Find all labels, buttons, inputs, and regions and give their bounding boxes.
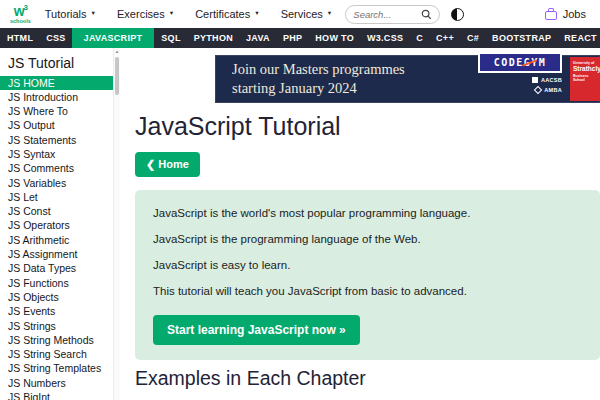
page-title: JavaScript Tutorial <box>135 111 341 141</box>
sidebar-item-js-home[interactable]: JS HOME <box>0 76 113 90</box>
sidebar-item-js-bigint[interactable]: JS BigInt <box>0 391 113 400</box>
intro-paragraph: JavaScript is the programming language o… <box>153 232 582 247</box>
lang-tab-php[interactable]: PHP <box>276 28 308 48</box>
main-content: Join our Masters programmes starting Jan… <box>120 48 600 400</box>
top-menus: Tutorials ▼ Exercises ▼ Certificates ▼ S… <box>45 8 333 20</box>
sidebar-item-js-introduction[interactable]: JS Introduction <box>0 90 113 104</box>
lang-tab-html[interactable]: HTML <box>0 28 39 48</box>
lang-tab-c[interactable]: C <box>409 28 429 48</box>
top-menu-exercises[interactable]: Exercises ▼ <box>117 8 174 20</box>
dark-mode-toggle-icon[interactable] <box>451 8 464 21</box>
sidebar-item-js-comments[interactable]: JS Comments <box>0 162 113 176</box>
top-menu-services[interactable]: Services ▼ <box>281 8 333 20</box>
sidebar-item-js-output[interactable]: JS Output <box>0 119 113 133</box>
sidebar-item-js-data-types[interactable]: JS Data Types <box>0 262 113 276</box>
w3schools-logo[interactable]: w3 schools <box>10 4 31 25</box>
sidebar-item-js-string-templates[interactable]: JS String Templates <box>0 362 113 376</box>
lang-tab-javascript[interactable]: JAVASCRIPT <box>72 28 155 48</box>
chevron-down-icon: ▼ <box>169 11 174 17</box>
lang-tab-react[interactable]: REACT <box>557 28 600 48</box>
codegym-logo: CODEGYM <box>478 52 562 73</box>
examples-section-title: Examples in Each Chapter <box>135 367 366 390</box>
start-learning-button[interactable]: Start learning JavaScript now » <box>153 315 360 345</box>
codegym-label: CODEGYM <box>494 57 547 68</box>
sidebar-item-js-strings[interactable]: JS Strings <box>0 319 113 333</box>
search-icon[interactable] <box>421 9 432 20</box>
sidebar: JS Tutorial JS HOME JS Introduction JS W… <box>0 48 120 400</box>
sidebar-item-js-string-methods[interactable]: JS String Methods <box>0 333 113 347</box>
logo-schools-label: schools <box>10 19 31 25</box>
lang-tab-c[interactable]: C# <box>460 28 485 48</box>
jobs-label: Jobs <box>563 8 586 20</box>
language-bar: HTML CSS JAVASCRIPT SQL PYTHON JAVA PHP … <box>0 28 600 48</box>
sidebar-item-js-events[interactable]: JS Events <box>0 305 113 319</box>
lang-tab-sql[interactable]: SQL <box>154 28 186 48</box>
lang-tab-c[interactable]: C++ <box>429 28 460 48</box>
sidebar-item-js-functions[interactable]: JS Functions <box>0 276 113 290</box>
search-input[interactable] <box>353 9 417 20</box>
menu-label: Exercises <box>117 8 165 20</box>
sidebar-item-js-const[interactable]: JS Const <box>0 205 113 219</box>
amba-logo: AMBA <box>535 87 562 93</box>
chevron-down-icon: ▼ <box>327 11 332 17</box>
sidebar-item-js-arithmetic[interactable]: JS Arithmetic <box>0 233 113 247</box>
sidebar-item-js-let[interactable]: JS Let <box>0 190 113 204</box>
home-button[interactable]: ❮ Home <box>135 152 200 177</box>
ad-banner[interactable]: Join our Masters programmes starting Jan… <box>215 55 600 103</box>
sidebar-item-js-variables[interactable]: JS Variables <box>0 176 113 190</box>
search-box[interactable] <box>345 5 440 24</box>
sidebar-item-js-numbers[interactable]: JS Numbers <box>0 376 113 390</box>
w3-logo-icon: w3 <box>14 4 27 18</box>
chevron-down-icon: ▼ <box>91 11 96 17</box>
intro-paragraph: JavaScript is easy to learn. <box>153 258 582 273</box>
chevron-down-icon: ▼ <box>254 11 259 17</box>
sidebar-item-js-where-to[interactable]: JS Where To <box>0 105 113 119</box>
lang-tab-java[interactable]: JAVA <box>239 28 276 48</box>
sidebar-item-js-objects[interactable]: JS Objects <box>0 290 113 304</box>
lang-tab-python[interactable]: PYTHON <box>187 28 239 48</box>
sidebar-items: JS HOME JS Introduction JS Where To JS O… <box>0 76 120 400</box>
lang-tab-how-to[interactable]: HOW TO <box>308 28 360 48</box>
strathclyde-logo: University of Strathclyde Business Schoo… <box>570 57 600 101</box>
sidebar-item-js-operators[interactable]: JS Operators <box>0 219 113 233</box>
aacsb-logo: AACSB <box>532 77 562 83</box>
menu-label: Tutorials <box>45 8 87 20</box>
sidebar-item-js-string-search[interactable]: JS String Search <box>0 348 113 362</box>
jobs-link[interactable]: Jobs <box>545 8 586 20</box>
aacsb-icon <box>532 77 538 83</box>
accreditation-logos: AACSB AMBA <box>498 77 562 93</box>
menu-label: Services <box>281 8 323 20</box>
lang-tab-css[interactable]: CSS <box>39 28 71 48</box>
lang-tab-bootstrap[interactable]: BOOTSTRAP <box>485 28 557 48</box>
briefcase-icon <box>545 11 557 20</box>
scrollbar-thumb[interactable] <box>115 57 119 95</box>
intro-box: JavaScript is the world's most popular p… <box>135 190 600 360</box>
top-bar: w3 schools Tutorials ▼ Exercises ▼ Certi… <box>0 0 600 28</box>
sidebar-item-js-assignment[interactable]: JS Assignment <box>0 248 113 262</box>
intro-paragraph: This tutorial will teach you JavaScript … <box>153 284 582 299</box>
sidebar-item-js-syntax[interactable]: JS Syntax <box>0 147 113 161</box>
intro-paragraph: JavaScript is the world's most popular p… <box>153 206 582 221</box>
lang-tab-w3-css[interactable]: W3.CSS <box>360 28 409 48</box>
top-menu-tutorials[interactable]: Tutorials ▼ <box>45 8 96 20</box>
top-menu-certificates[interactable]: Certificates ▼ <box>195 8 259 20</box>
amba-icon <box>534 86 542 94</box>
menu-label: Certificates <box>195 8 250 20</box>
sidebar-scrollbar[interactable]: ▲ <box>113 48 120 400</box>
sidebar-title: JS Tutorial <box>8 56 120 71</box>
sidebar-item-js-statements[interactable]: JS Statements <box>0 133 113 147</box>
w3schools-page: w3 schools Tutorials ▼ Exercises ▼ Certi… <box>0 0 600 400</box>
